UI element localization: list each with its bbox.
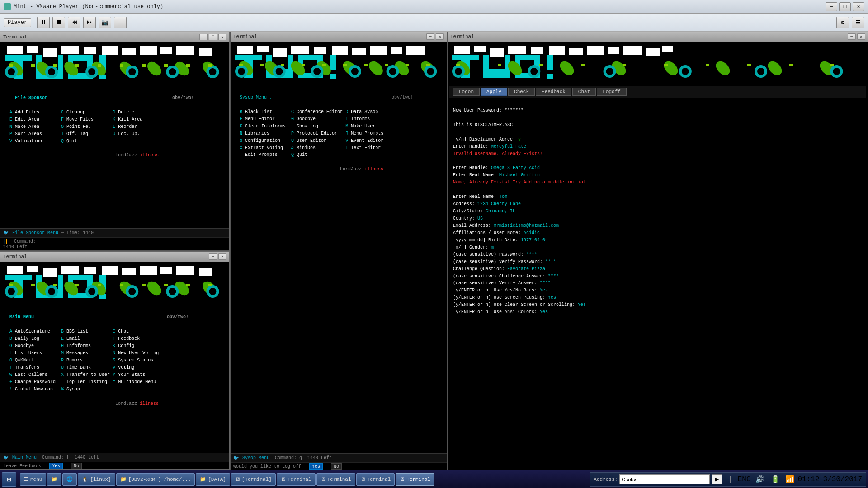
middle-prompt: Would you like to Log off Yes No: [231, 462, 447, 470]
pause-btn[interactable]: ⏸: [37, 17, 50, 28]
terminal4-icon: 🖥: [360, 476, 365, 482]
terminal4-label: Terminal: [367, 477, 391, 482]
window-title: Mint - VMware Player (Non-commercial use…: [14, 4, 163, 10]
toolbar: Player ⏸ ⏹ ⏮ ⏭ 📷 ⛶ ⚙ ☰: [0, 14, 868, 32]
right-terminal: Terminal ─ ✕ Logon Apply Check Feedback …: [448, 32, 868, 470]
taskbar-folder1[interactable]: 📁: [47, 473, 61, 486]
feedback-no-btn[interactable]: No: [71, 463, 82, 469]
start-button[interactable]: ⊞: [2, 472, 16, 487]
bottom-left-time: 1440 Left: [75, 455, 99, 460]
taskbar-terminal4[interactable]: 🖥 Terminal: [356, 473, 395, 486]
top-left-body: File Sponsor obv/two! A Add Files C Clea…: [0, 42, 229, 228]
stop-btn[interactable]: ⏹: [52, 17, 65, 28]
top-left-banner: [2, 44, 227, 84]
ascii-art-canvas-3: [2, 263, 224, 304]
rewind-btn[interactable]: ⏮: [68, 17, 80, 28]
logoff-yes-btn[interactable]: Yes: [309, 463, 323, 470]
terminal3-icon: 🖥: [321, 476, 326, 482]
terminal2-label: Terminal: [288, 477, 311, 482]
taskbar-linux[interactable]: 🐧 [linux]: [78, 473, 115, 486]
taskbar-menu[interactable]: ☰ Menu: [20, 473, 46, 486]
middle-controls[interactable]: ─ ✕: [426, 33, 444, 40]
menu-btn[interactable]: ☰: [852, 17, 864, 28]
fullscreen-btn[interactable]: ⛶: [114, 17, 127, 28]
middle-banner: [232, 43, 445, 84]
taskbar-items: ☰ Menu 📁 🌐 🐧 [linux] 📁 [OBV2-XRM ] /home…: [20, 473, 586, 486]
bottom-left-content: Main Menu . obv/two! A AutoSignature B B…: [2, 306, 227, 416]
apply-btn[interactable]: Apply: [481, 88, 507, 96]
address-label: Address:: [594, 477, 618, 482]
right-controls[interactable]: ─ ✕: [848, 33, 865, 40]
ascii-art-canvas-1: [2, 44, 224, 84]
address-input[interactable]: [619, 474, 710, 484]
bottom-left-status: 🐦 Main Menu Command: f 1440 Left: [0, 453, 229, 462]
right-close[interactable]: ✕: [857, 33, 865, 40]
browser-icon: 🌐: [66, 476, 73, 482]
ascii-art-canvas-2: [232, 43, 440, 84]
address-go-btn[interactable]: ▶: [712, 474, 722, 484]
right-content: New User Password: ******* This is DISCL…: [449, 98, 866, 315]
player-label[interactable]: Player: [4, 18, 31, 27]
bottom-left-controls[interactable]: ─ ✕: [209, 253, 226, 260]
bottom-left-body: Main Menu . obv/two! A AutoSignature B B…: [0, 262, 229, 453]
terminal5-label: Terminal: [406, 477, 430, 482]
linux-label: [linux]: [90, 477, 111, 482]
taskbar-terminal2[interactable]: 🖥 Terminal: [277, 473, 316, 486]
right-title: Terminal: [450, 34, 474, 39]
bottom-left-minimize[interactable]: ─: [209, 253, 217, 260]
middle-content: Sysop Menu . obv/two! B Black List C Con…: [232, 86, 445, 181]
terminal1-label: [Terminal]: [242, 477, 272, 482]
right-minimize[interactable]: ─: [848, 33, 856, 40]
data-label: [DATA]: [208, 477, 226, 482]
taskbar-browser[interactable]: 🌐: [62, 473, 77, 486]
folder-icon-1: 📁: [51, 476, 57, 482]
taskbar-terminal1[interactable]: 🖥 [Terminal]: [231, 473, 276, 486]
title-bar-left: Mint - VMware Player (Non-commercial use…: [4, 3, 163, 10]
terminal3-label: Terminal: [327, 477, 351, 482]
middle-cmd: Command: g: [275, 455, 302, 460]
title-bar: Mint - VMware Player (Non-commercial use…: [0, 0, 868, 14]
right-body: Logon Apply Check Feedback Chat Logoff N…: [448, 42, 868, 470]
minimize-button[interactable]: ─: [826, 2, 837, 11]
top-left-close[interactable]: ✕: [218, 34, 226, 40]
taskbar-data[interactable]: 📁 [DATA]: [196, 473, 230, 486]
taskbar-terminal5[interactable]: 🖥 Terminal: [396, 473, 434, 486]
top-left-time: Time: 1440: [66, 230, 94, 235]
logon-btn[interactable]: Logon: [453, 88, 480, 96]
settings-btn[interactable]: ⚙: [836, 17, 849, 28]
clock-time: 01:12: [798, 475, 820, 483]
top-left-status: 🐦 File Sponsor Menu ─ Time: 1440: [0, 228, 229, 237]
forward-btn[interactable]: ⏭: [83, 17, 96, 28]
feedback-btn[interactable]: Feedback: [536, 88, 571, 96]
address-area: Address: ▶: [594, 474, 722, 484]
middle-terminal: Terminal ─ ✕ Sysop Menu . obv/two! B Bla…: [231, 32, 448, 470]
taskbar-terminal3[interactable]: 🖥 Terminal: [316, 473, 355, 486]
maximize-button[interactable]: □: [839, 2, 851, 11]
right-banner: [449, 43, 866, 84]
terminal2-icon: 🖥: [281, 476, 286, 482]
menu-label: Menu: [30, 477, 42, 482]
menu-icon: ☰: [24, 476, 28, 482]
logoff-btn[interactable]: Logoff: [597, 88, 627, 96]
top-left-controls[interactable]: ─ □ ✕: [199, 34, 226, 40]
right-title-bar: Terminal ─ ✕: [448, 32, 868, 42]
top-left-maximize[interactable]: □: [209, 34, 217, 40]
feedback-yes-btn[interactable]: Yes: [49, 463, 63, 469]
bottom-left-banner: [2, 263, 227, 304]
data-icon: 📁: [200, 476, 206, 482]
middle-close[interactable]: ✕: [436, 33, 444, 40]
chat-btn[interactable]: Chat: [572, 88, 596, 96]
title-bar-controls[interactable]: ─ □ ✕: [826, 2, 864, 11]
bottom-left-cmd: Command: f: [42, 455, 69, 460]
middle-minimize[interactable]: ─: [426, 33, 434, 40]
taskbar-obv2[interactable]: 📁 [OBV2-XRM ] /home/...: [116, 473, 195, 486]
logoff-no-btn[interactable]: No: [331, 463, 342, 470]
check-btn[interactable]: Check: [508, 88, 535, 96]
logoff-question: Would you like to Log off Yes No: [233, 463, 342, 470]
close-button[interactable]: ✕: [853, 2, 864, 11]
top-left-minimize[interactable]: ─: [199, 34, 208, 40]
bottom-left-close[interactable]: ✕: [218, 253, 226, 260]
obv2-icon: 📁: [120, 476, 127, 482]
screenshot-btn[interactable]: 📷: [99, 17, 111, 28]
middle-title: Terminal: [233, 34, 257, 39]
